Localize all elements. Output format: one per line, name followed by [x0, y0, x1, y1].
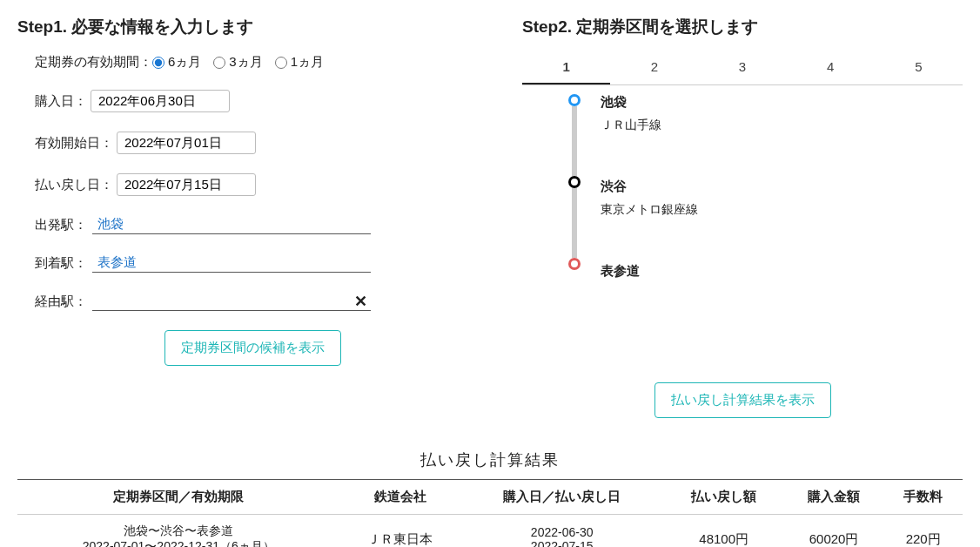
table-header: 定期券区間／有効期限: [17, 480, 339, 515]
clear-icon[interactable]: ✕: [354, 292, 367, 311]
start-date-input[interactable]: [117, 132, 256, 154]
validity-row: 定期券の有効期間： 6ヵ月3ヵ月1ヵ月: [35, 54, 487, 71]
station-name: 渋谷: [601, 179, 963, 195]
validity-radio-1ヵ月[interactable]: 1ヵ月: [275, 54, 324, 71]
table-header: 購入金額: [784, 480, 883, 515]
cell-dates: 2022-06-30 2022-07-15: [460, 515, 664, 548]
table-row: 池袋〜渋谷〜表参道 2022-07-01〜2022-12-31（6ヵ月） ＪＲ東…: [17, 515, 963, 548]
show-results-button[interactable]: 払い戻し計算結果を表示: [654, 382, 831, 418]
start-label: 有効開始日：: [35, 135, 113, 152]
route-diagram: 池袋ＪＲ山手線渋谷東京メトロ銀座線表参道: [522, 94, 963, 348]
route-stop: 表参道: [601, 263, 963, 348]
station-name: 表参道: [601, 263, 963, 280]
route-node: [568, 94, 581, 106]
step2-heading: Step2. 定期券区間を選択します: [522, 16, 963, 38]
tab-3[interactable]: 3: [698, 54, 786, 84]
route-segment: [572, 106, 577, 176]
route-segment: [572, 188, 577, 258]
cell-section: 池袋〜渋谷〜表参道 2022-07-01〜2022-12-31（6ヵ月）: [17, 515, 339, 548]
cell-company: ＪＲ東日本: [339, 515, 460, 548]
validity-label: 定期券の有効期間：: [35, 54, 152, 71]
step1-heading: Step1. 必要な情報を入力します: [17, 16, 487, 38]
via-label: 経由駅：: [35, 294, 87, 310]
table-header: 購入日／払い戻し日: [460, 480, 664, 515]
purchase-label: 購入日：: [35, 93, 87, 110]
cell-purchase: 60020円: [784, 515, 883, 548]
route-node: [568, 258, 581, 270]
tab-5[interactable]: 5: [875, 54, 963, 84]
dep-label: 出発駅：: [35, 217, 87, 233]
tab-1[interactable]: 1: [522, 54, 610, 84]
table-header: 手数料: [883, 480, 963, 515]
dep-row: 出発駅：: [35, 215, 487, 234]
tab-2[interactable]: 2: [610, 54, 698, 84]
station-name: 池袋: [601, 94, 963, 111]
route-stop: 渋谷東京メトロ銀座線: [601, 179, 963, 263]
route-node: [568, 176, 581, 188]
tab-4[interactable]: 4: [787, 54, 875, 84]
arrival-input[interactable]: [92, 253, 371, 273]
start-row: 有効開始日：: [35, 132, 487, 154]
via-row: 経由駅： ✕: [35, 292, 487, 311]
results-title: 払い戻し計算結果: [17, 449, 963, 470]
table-header: 払い戻し額: [664, 480, 784, 515]
via-input[interactable]: [92, 292, 371, 311]
refund-row: 払い戻し日：: [35, 173, 487, 196]
results-table: 定期券区間／有効期限鉄道会社購入日／払い戻し日払い戻し額購入金額手数料 池袋〜渋…: [17, 479, 963, 547]
refund-date-input[interactable]: [117, 173, 256, 196]
cell-refund: 48100円: [664, 515, 784, 548]
validity-radio-6ヵ月[interactable]: 6ヵ月: [152, 54, 201, 71]
departure-input[interactable]: [92, 215, 371, 234]
cell-fee: 220円: [883, 515, 963, 548]
line-name: ＪＲ山手線: [601, 118, 963, 133]
table-header: 鉄道会社: [339, 480, 460, 515]
purchase-date-input[interactable]: [91, 90, 230, 112]
validity-radio-3ヵ月[interactable]: 3ヵ月: [213, 54, 262, 71]
arr-row: 到着駅：: [35, 253, 487, 273]
arr-label: 到着駅：: [35, 255, 87, 272]
route-stop: 池袋ＪＲ山手線: [601, 94, 963, 179]
line-name: 東京メトロ銀座線: [601, 202, 963, 218]
purchase-row: 購入日：: [35, 90, 487, 112]
show-candidates-button[interactable]: 定期券区間の候補を表示: [164, 330, 341, 366]
tab-bar: 12345: [522, 54, 963, 85]
refund-label: 払い戻し日：: [35, 177, 113, 193]
